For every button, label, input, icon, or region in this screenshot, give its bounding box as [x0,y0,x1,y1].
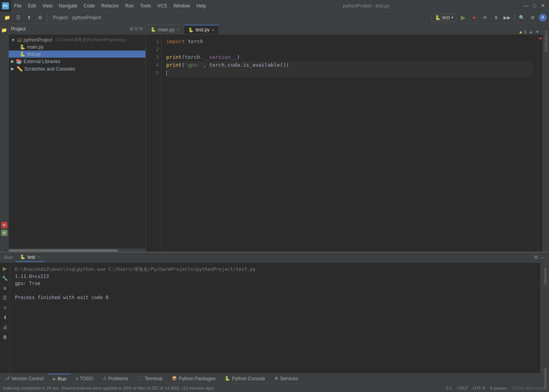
settings-button[interactable]: ⚙ [528,13,537,22]
tab-services[interactable]: ⚙ Services [270,374,303,384]
breadcrumb: Project › pythonProject [50,15,242,20]
gutter-error-mark [539,38,542,39]
run-tab[interactable]: 🐍 test ✕ [16,253,44,262]
tab-main-py[interactable]: 🐍 main.py ✕ [147,25,184,34]
project-collapse-icon[interactable]: ⊟ [135,26,138,31]
main-py-label: main.py [27,44,44,50]
search-everywhere-button[interactable]: 🔍 [517,13,526,22]
project-panel: Project ⊞ ⊟ ⚙ ▼ 🗂 pythonProject C:\Users… [9,24,146,252]
stop-button[interactable]: ■ [469,13,479,22]
app-icon: PC [2,2,9,9]
rerun-button[interactable]: ⟳ [480,13,490,22]
status-extra: CSDN-@Smark... [512,386,546,390]
tab-run[interactable]: ▶ Run [48,374,71,384]
status-position[interactable]: 5:1 [446,386,452,390]
warning-badge: N [1,230,7,236]
tree-item-ext-libs[interactable]: ▶ 📚 External Libraries [9,58,145,65]
tab-python-packages[interactable]: 📦 Python Packages [167,374,220,384]
minimize-button[interactable]: — [523,3,528,9]
project-scrollbar[interactable] [9,249,145,252]
menu-refactor[interactable]: Refactor [98,0,122,12]
run-strip-label: Run [58,376,66,382]
notifications-label[interactable]: Notifications [544,31,548,52]
avatar[interactable]: A [539,14,547,22]
bottom-strip: ⎇ Version Control ▶ Run ≡ TODO ⚠ Problem… [0,373,549,383]
tab-test-py[interactable]: 🐍 test.py ✕ [184,25,219,34]
tab-icon-main: 🐍 [151,27,156,32]
services-label: Services [280,376,298,381]
run-panel-settings[interactable]: ⚙ [534,254,538,260]
menu-tools[interactable]: Tools [137,0,154,12]
services-icon: ⚙ [274,376,278,381]
run-button[interactable]: ▶ [458,13,468,22]
status-message: Indexing completed in 24 sec. Shared ind… [3,386,438,390]
structure-label[interactable]: Structure [543,267,547,285]
maximize-button[interactable]: □ [533,3,536,9]
menu-vcs[interactable]: VCS [154,0,170,12]
status-indent[interactable]: 4 spaces [490,386,507,390]
project-settings-icon[interactable]: ⚙ [139,26,143,31]
tree-root[interactable]: ▼ 🗂 pythonProject C:\Users\谭海龙\PycharmPr… [9,36,145,44]
run-config-dropdown[interactable]: 🐍 test ▾ [431,14,457,22]
menu-run[interactable]: Run [122,0,137,12]
run-wrench-button[interactable]: 🔧 [1,274,9,283]
toolbar-folder-icon[interactable]: 📁 [2,13,12,22]
status-right: 5:1 CRLF UTF-8 4 spaces CSDN-@Smark... [446,386,546,390]
step-button[interactable]: ▶▶ [502,13,512,22]
output-line-4 [15,287,536,294]
tab-version-control[interactable]: ⎇ Version Control [0,374,48,384]
status-encoding[interactable]: UTF-8 [473,386,485,390]
tree-item-test-py[interactable]: 🐍 test.py [9,51,145,58]
menu-code[interactable]: Code [80,0,98,12]
run-config-label: test [442,15,450,20]
tab-todo[interactable]: ≡ TODO [71,374,98,384]
output-line-3: gpu: True [15,280,536,287]
run-list2-button[interactable]: ≡ [1,303,9,312]
bookmarks-label[interactable]: Bookmarks [541,368,549,389]
project-expand-icon[interactable]: ⊞ [130,26,133,31]
pause-button[interactable]: ⏸ [491,13,501,22]
run-delete-button[interactable]: 🗑 [1,333,9,341]
packages-icon: 📦 [172,376,177,381]
code-line-3: print(torch.__version__) [166,53,533,61]
run-strip-icon: ▶ [53,376,56,381]
run-stop-button[interactable]: ■ [1,284,9,292]
breadcrumb-project[interactable]: Project [53,15,67,20]
menu-file[interactable]: File [11,0,25,12]
project-view-icon[interactable]: 📁 [0,25,9,35]
tab-terminal[interactable]: ⬛ Terminal [133,374,167,384]
py-file-icon-test: 🐍 [20,51,25,57]
run-panel-minimize[interactable]: — [540,254,545,260]
menu-help[interactable]: Help [193,0,209,12]
window-controls: — □ ✕ [523,3,549,9]
run-play-button[interactable]: ▶ [1,264,9,273]
tab-icon-test: 🐍 [188,27,194,33]
todo-label: TODO [80,376,93,381]
menu-edit[interactable]: Edit [25,0,39,12]
toolbar-collapse-icon[interactable]: ⬆ [24,13,34,22]
editor-scroll-up[interactable]: ▲ [529,29,533,34]
code-editor[interactable]: import torch print(torch.__version__) pr… [162,34,537,252]
status-line-ending[interactable]: CRLF [457,386,468,390]
tree-item-scratches[interactable]: ▶ ✏️ Scratches and Consoles [9,65,145,73]
tree-item-main-py[interactable]: 🐍 main.py [9,44,145,51]
tab-problems[interactable]: ⚠ Problems [98,374,133,384]
run-scroll-button[interactable]: ⬇ [1,313,9,322]
ext-libs-icon: 📚 [16,58,22,64]
editor-scroll-down[interactable]: ▼ [535,29,540,34]
tab-close-main[interactable]: ✕ [176,27,180,32]
menu-view[interactable]: View [39,0,56,12]
close-button[interactable]: ✕ [541,3,545,9]
run-print-button[interactable]: 🖨 [1,323,9,332]
toolbar-settings-icon[interactable]: ⚙ [35,13,45,22]
code-line-2 [166,45,533,53]
root-path: C:\Users\谭海龙\PycharmProjects\py... [55,37,129,43]
menu-window[interactable]: Window [170,0,193,12]
toolbar-list-icon[interactable]: ☰ [13,13,23,22]
run-list-button[interactable]: ☰ [1,294,9,302]
run-tab-close[interactable]: ✕ [37,255,40,259]
tab-close-test[interactable]: ✕ [211,28,215,32]
menu-navigate[interactable]: Navigate [56,0,80,12]
tab-python-console[interactable]: 🐍 Python Console [220,374,270,384]
breadcrumb-project-name[interactable]: pythonProject [72,15,101,20]
